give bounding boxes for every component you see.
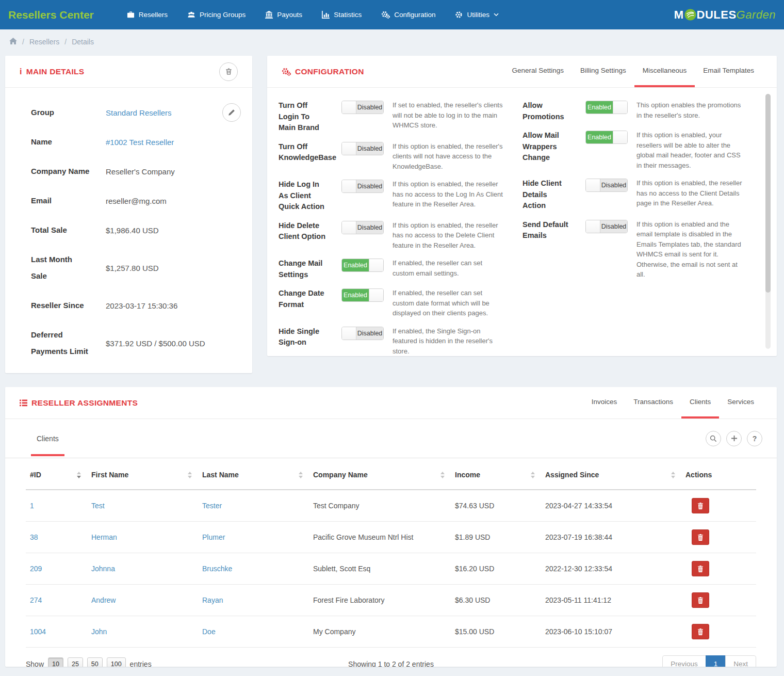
client-id[interactable]: 209 bbox=[26, 553, 91, 585]
breadcrumb-resellers[interactable]: Resellers bbox=[29, 38, 59, 46]
column-header-last-name[interactable]: Last Name bbox=[202, 458, 313, 490]
gears-icon bbox=[381, 11, 390, 19]
client-row: 209 Johnna Bruschke Sublett, Scott Esq $… bbox=[26, 553, 756, 585]
client-first-name[interactable]: Andrew bbox=[91, 585, 202, 616]
client-last-name[interactable]: Rayan bbox=[202, 585, 313, 616]
client-first-name[interactable]: Test bbox=[91, 490, 202, 522]
main-details-title: i MAIN DETAILS bbox=[20, 67, 84, 76]
client-income: $74.63 USD bbox=[455, 490, 545, 522]
config-scrollbar[interactable] bbox=[765, 94, 771, 349]
column-header-assigned-since[interactable]: Assigned Since bbox=[545, 458, 685, 490]
client-company: My Company bbox=[313, 616, 455, 648]
setting-change-date-format: Change Date Format Enabled If enabled, t… bbox=[279, 288, 512, 318]
detail-row-email: Email reseller@mg.com bbox=[31, 192, 238, 209]
search-button[interactable] bbox=[706, 431, 721, 446]
toggle-hide-delete-client-option[interactable]: Disabled bbox=[341, 221, 384, 234]
configuration-column-left: Turn Off Login To Main Brand Disabled If… bbox=[279, 100, 512, 356]
remove-client-button[interactable] bbox=[692, 592, 709, 608]
page-1-button[interactable]: 1 bbox=[706, 655, 726, 667]
column-header-actions: Actions bbox=[685, 458, 756, 490]
question-icon: ? bbox=[753, 434, 757, 443]
toggle-change-mail-settings[interactable]: Enabled bbox=[341, 259, 384, 272]
toggle-allow-promotions[interactable]: Enabled bbox=[585, 101, 628, 114]
tab-clients[interactable]: Clients bbox=[681, 387, 719, 419]
tab-invoices[interactable]: Invoices bbox=[583, 387, 626, 419]
nav-item-pricing-groups[interactable]: Pricing Groups bbox=[187, 11, 246, 19]
column-header-id[interactable]: #ID bbox=[26, 458, 91, 490]
nav-item-statistics[interactable]: Statistics bbox=[322, 11, 362, 19]
client-first-name[interactable]: Herman bbox=[91, 522, 202, 553]
nav-item-configuration[interactable]: Configuration bbox=[381, 11, 435, 19]
previous-page-button[interactable]: Previous bbox=[662, 655, 706, 667]
toggle-allow-mail-wrappers-change[interactable]: Enabled bbox=[585, 131, 628, 144]
toggle-hide-client-details-action[interactable]: Disabled bbox=[585, 179, 628, 192]
app-brand[interactable]: Resellers Center bbox=[8, 9, 94, 21]
sort-icon bbox=[188, 472, 192, 478]
toggle-hide-single-sign-on[interactable]: Disabled bbox=[341, 327, 384, 340]
next-page-button[interactable]: Next bbox=[725, 655, 756, 667]
trash-icon bbox=[697, 566, 704, 572]
showing-entries-status: Showing 1 to 2 of 2 entries bbox=[348, 660, 434, 667]
detail-row-company-name: Company Name Reseller's Company bbox=[31, 163, 238, 180]
tab-transactions[interactable]: Transactions bbox=[625, 387, 681, 419]
remove-client-button[interactable] bbox=[692, 561, 709, 576]
client-id[interactable]: 274 bbox=[26, 585, 91, 616]
remove-client-button[interactable] bbox=[692, 498, 709, 513]
tab-email-templates[interactable]: Email Templates bbox=[695, 56, 762, 87]
client-last-name[interactable]: Doe bbox=[202, 616, 313, 648]
bar-chart-icon bbox=[322, 11, 330, 19]
home-icon[interactable] bbox=[9, 38, 17, 46]
client-id[interactable]: 1004 bbox=[26, 616, 91, 648]
column-header-first-name[interactable]: First Name bbox=[91, 458, 202, 490]
client-id[interactable]: 1 bbox=[26, 490, 91, 522]
page-size-10[interactable]: 10 bbox=[48, 657, 63, 667]
plus-icon bbox=[731, 435, 738, 442]
client-last-name[interactable]: Plumer bbox=[202, 522, 313, 553]
detail-row-name: Name #1002 Test Reseller bbox=[31, 134, 238, 150]
remove-client-button[interactable] bbox=[692, 529, 709, 545]
client-first-name[interactable]: Johnna bbox=[91, 553, 202, 585]
toggle-turn-off-knowledgebase[interactable]: Disabled bbox=[341, 142, 384, 155]
help-button[interactable]: ? bbox=[747, 431, 762, 446]
nav-item-resellers[interactable]: Resellers bbox=[127, 11, 168, 19]
toggle-hide-log-in-as-client-quick-action[interactable]: Disabled bbox=[341, 180, 384, 193]
column-header-income[interactable]: Income bbox=[455, 458, 545, 490]
remove-client-button[interactable] bbox=[692, 624, 709, 639]
toggle-change-date-format[interactable]: Enabled bbox=[341, 288, 384, 302]
info-icon: i bbox=[20, 67, 22, 76]
subtab-clients[interactable]: Clients bbox=[31, 419, 64, 458]
top-navbar: Resellers Center Resellers Pricing Group… bbox=[0, 0, 784, 29]
edit-group-button[interactable] bbox=[222, 103, 241, 122]
breadcrumb: / Resellers / Details bbox=[0, 29, 784, 54]
gear-icon bbox=[455, 11, 463, 19]
page-size-50[interactable]: 50 bbox=[87, 657, 103, 667]
tab-general-settings[interactable]: General Settings bbox=[504, 56, 573, 87]
nav-item-utilities[interactable]: Utilities bbox=[455, 11, 499, 19]
toggle-turn-off-login-to-main-brand[interactable]: Disabled bbox=[341, 101, 384, 114]
client-first-name[interactable]: John bbox=[91, 616, 202, 648]
page-size-100[interactable]: 100 bbox=[107, 657, 126, 667]
scrollbar-thumb[interactable] bbox=[765, 94, 771, 293]
add-client-button[interactable] bbox=[726, 431, 742, 446]
client-last-name[interactable]: Bruschke bbox=[202, 553, 313, 585]
bank-icon bbox=[265, 11, 273, 19]
detail-row-last-month-sale: Last Month Sale $1,257.80 USD bbox=[31, 251, 238, 284]
column-header-company-name[interactable]: Company Name bbox=[313, 458, 455, 490]
tab-miscellaneous[interactable]: Miscellaneous bbox=[634, 56, 695, 87]
nav-item-payouts[interactable]: Payouts bbox=[265, 11, 302, 19]
toggle-send-default-emails[interactable]: Disabled bbox=[585, 220, 628, 233]
client-last-name[interactable]: Tester bbox=[202, 490, 313, 522]
tab-services[interactable]: Services bbox=[719, 387, 762, 419]
tab-billing-settings[interactable]: Billing Settings bbox=[572, 56, 634, 87]
setting-hide-delete-client-option: Hide Delete Client Option Disabled If th… bbox=[279, 220, 512, 251]
trash-icon bbox=[697, 503, 704, 509]
trash-icon bbox=[697, 534, 704, 541]
client-id[interactable]: 38 bbox=[26, 522, 91, 553]
client-row: 1004 John Doe My Company $15.00 USD 2023… bbox=[26, 616, 756, 648]
client-row: 1 Test Tester Test Company $74.63 USD 20… bbox=[26, 490, 756, 522]
setting-hide-client-details-action: Hide Client Details Action Disabled If t… bbox=[522, 178, 756, 212]
delete-reseller-button[interactable] bbox=[219, 62, 238, 81]
client-row: 274 Andrew Rayan Forest Fire Laboratory … bbox=[26, 585, 756, 616]
page-size-25[interactable]: 25 bbox=[68, 657, 83, 667]
gears-icon bbox=[282, 68, 291, 76]
